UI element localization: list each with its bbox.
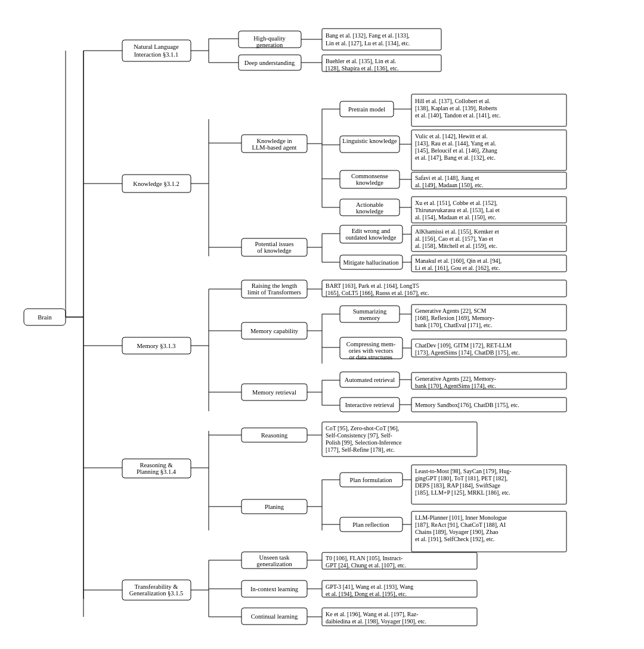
svg-text:Interactive retrieval: Interactive retrieval bbox=[345, 402, 395, 408]
svg-text:Memory capability: Memory capability bbox=[250, 328, 299, 334]
svg-text:[187], ReAct [91], ChatCoT [18: [187], ReAct [91], ChatCoT [188], AI bbox=[415, 521, 506, 528]
svg-text:[185], LLM+P [125], MRKL [186]: [185], LLM+P [125], MRKL [186], etc. bbox=[415, 489, 510, 496]
svg-text:GPT-3 [41], Wang et al. [193],: GPT-3 [41], Wang et al. [193], Wang bbox=[326, 583, 413, 590]
svg-text:T0 [106], FLAN [105], Instruct: T0 [106], FLAN [105], Instruct- bbox=[326, 555, 402, 561]
svg-text:Memory Sandbox[176], ChatDB [1: Memory Sandbox[176], ChatDB [175], etc. bbox=[415, 402, 519, 408]
svg-text:et al. [140], Tandon et al. [1: et al. [140], Tandon et al. [141], etc. bbox=[415, 112, 501, 119]
svg-text:generation: generation bbox=[256, 42, 283, 48]
svg-text:LLM-based agent: LLM-based agent bbox=[252, 144, 297, 151]
svg-text:bank [170], ChatEval [171], et: bank [170], ChatEval [171], etc. bbox=[415, 322, 492, 328]
svg-text:Polish [99], Selection-Inferen: Polish [99], Selection-Inference bbox=[326, 439, 402, 446]
svg-text:Hill et al. [137], Collobert e: Hill et al. [137], Collobert et al. bbox=[415, 98, 490, 104]
svg-text:knowledge: knowledge bbox=[356, 208, 383, 215]
svg-text:al. [156], Cao et al. [157], Y: al. [156], Cao et al. [157], Yao et bbox=[415, 235, 493, 242]
svg-text:daibiedina et al. [198], Voyag: daibiedina et al. [198], Voyager [190], … bbox=[326, 618, 426, 625]
svg-text:al. [149], Madaan [150], etc.: al. [149], Madaan [150], etc. bbox=[415, 182, 483, 188]
svg-text:generalization: generalization bbox=[256, 561, 292, 567]
svg-text:Continual learning: Continual learning bbox=[251, 613, 298, 620]
svg-text:[143], Rau et al. [144], Yang : [143], Rau et al. [144], Yang et al. bbox=[415, 140, 496, 147]
svg-text:ories with vectors: ories with vectors bbox=[349, 347, 394, 354]
svg-text:Transferability &: Transferability & bbox=[135, 583, 178, 590]
svg-text:Plan formulation: Plan formulation bbox=[350, 477, 393, 483]
svg-text:In-context learning: In-context learning bbox=[250, 586, 299, 592]
svg-text:[168], Reflexion [169], Memory: [168], Reflexion [169], Memory- bbox=[415, 315, 494, 321]
svg-text:of knowledge: of knowledge bbox=[257, 247, 292, 254]
svg-text:al. [154], Madaan et al. [150]: al. [154], Madaan et al. [150], etc. bbox=[415, 214, 496, 221]
svg-text:limit of Transformers: limit of Transformers bbox=[247, 289, 301, 296]
svg-text:et al. [147], Bang et al. [132: et al. [147], Bang et al. [132], etc. bbox=[415, 154, 496, 161]
svg-text:Actionable: Actionable bbox=[356, 201, 383, 208]
svg-text:Generative Agents [22], Memory: Generative Agents [22], Memory- bbox=[415, 375, 496, 382]
svg-text:[173], AgentSims [174], ChatDB: [173], AgentSims [174], ChatDB [175], et… bbox=[415, 349, 520, 356]
svg-text:outdated knowledge: outdated knowledge bbox=[346, 234, 397, 241]
svg-text:AlKhamissi et al. [155], Kemke: AlKhamissi et al. [155], Kemker et bbox=[415, 228, 499, 235]
tree-wrapper: text { font-family: 'Times New Roman', T… bbox=[6, 12, 638, 644]
svg-text:BART [163], Park et al. [164],: BART [163], Park et al. [164], LongT5 bbox=[326, 282, 419, 289]
svg-text:Li et al. [161], Gou et al. [1: Li et al. [161], Gou et al. [162], etc. bbox=[415, 265, 500, 271]
svg-text:[128], Shapira et al. [136], e: [128], Shapira et al. [136], etc. bbox=[326, 65, 398, 72]
svg-text:memory: memory bbox=[360, 315, 381, 321]
svg-text:High-quality: High-quality bbox=[253, 35, 286, 42]
svg-text:Reasoning &: Reasoning & bbox=[140, 462, 172, 468]
svg-text:Raising the length: Raising the length bbox=[252, 282, 298, 289]
diagram-container: text { font-family: 'Times New Roman', T… bbox=[6, 12, 638, 649]
svg-text:knowledge: knowledge bbox=[356, 179, 383, 186]
brain-label: Brain bbox=[38, 314, 52, 321]
svg-text:Self-Consistency [97], Self-: Self-Consistency [97], Self- bbox=[326, 432, 392, 439]
svg-text:Automated retrieval: Automated retrieval bbox=[345, 377, 395, 383]
svg-text:Generative Agents [22], SCM: Generative Agents [22], SCM bbox=[415, 308, 487, 314]
svg-text:CoT [95], Zero-shot-CoT [96],: CoT [95], Zero-shot-CoT [96], bbox=[326, 425, 399, 431]
svg-text:Knowledge §3.1.2: Knowledge §3.1.2 bbox=[133, 181, 179, 187]
svg-text:Xu et al. [151], Cobbe et al. : Xu et al. [151], Cobbe et al. [152], bbox=[415, 200, 497, 206]
svg-text:Least-to-Most [98], SayCan [17: Least-to-Most [98], SayCan [179], Hug- bbox=[415, 468, 512, 474]
svg-text:Generalization §3.1.5: Generalization §3.1.5 bbox=[129, 590, 184, 597]
svg-text:et al. [191], SelfCheck [192],: et al. [191], SelfCheck [192], etc. bbox=[415, 536, 495, 542]
svg-text:Linguistic knowledge: Linguistic knowledge bbox=[342, 138, 397, 144]
svg-text:[165], CoLT5 [166], Ruoss et a: [165], CoLT5 [166], Ruoss et al. [167], … bbox=[326, 290, 429, 296]
svg-text:bank [170], AgentSims [174], e: bank [170], AgentSims [174], etc. bbox=[415, 383, 496, 389]
svg-text:Manakul et al. [160], Qin et a: Manakul et al. [160], Qin et al. [94], bbox=[415, 257, 501, 264]
svg-text:Buehler et al. [135], Lin et a: Buehler et al. [135], Lin et al. bbox=[326, 58, 397, 64]
tree-svg: text { font-family: 'Times New Roman', T… bbox=[6, 18, 638, 638]
svg-text:Summarizing: Summarizing bbox=[353, 308, 387, 315]
svg-text:Ke et al. [196], Wang et al. [: Ke et al. [196], Wang et al. [197], Raz- bbox=[326, 611, 419, 617]
svg-text:Planing: Planing bbox=[265, 504, 284, 510]
svg-text:Planning §3.1.4: Planning §3.1.4 bbox=[137, 468, 177, 475]
svg-text:Thirunavukarasu et al. [153], : Thirunavukarasu et al. [153], Lai et bbox=[415, 207, 500, 213]
svg-text:ChatDev [109], GITM [172], RET: ChatDev [109], GITM [172], RET-LLM bbox=[415, 342, 512, 349]
svg-text:Memory retrieval: Memory retrieval bbox=[252, 389, 296, 396]
svg-text:Deep understanding: Deep understanding bbox=[244, 60, 295, 66]
svg-text:Bang et al. [132], Fang et al.: Bang et al. [132], Fang et al. [133], bbox=[326, 32, 410, 39]
svg-text:al. [158], Mitchell et al. [15: al. [158], Mitchell et al. [159], etc. bbox=[415, 243, 497, 249]
svg-text:Potential issues: Potential issues bbox=[255, 241, 293, 247]
svg-text:DEPS [183], RAP [184], SwiftSa: DEPS [183], RAP [184], SwiftSage bbox=[415, 482, 501, 489]
svg-text:Plan reflection: Plan reflection bbox=[352, 521, 389, 528]
svg-text:Safavi et al. [148], Jiang et: Safavi et al. [148], Jiang et bbox=[415, 175, 479, 181]
svg-text:Compressing mem-: Compressing mem- bbox=[346, 341, 396, 347]
svg-text:GPT [24], Chung et al. [107], : GPT [24], Chung et al. [107], etc. bbox=[326, 562, 406, 569]
svg-text:or data structures: or data structures bbox=[349, 354, 392, 361]
natural-language-label: Natural Language bbox=[134, 44, 179, 50]
svg-text:Vulic et al. [142], Hewitt et : Vulic et al. [142], Hewitt et al. bbox=[415, 133, 488, 139]
svg-text:Mitigate hallucination: Mitigate hallucination bbox=[343, 259, 399, 266]
svg-text:Interaction §3.1.1: Interaction §3.1.1 bbox=[134, 51, 178, 58]
svg-text:Commonsense: Commonsense bbox=[351, 173, 388, 179]
svg-text:Reasoning: Reasoning bbox=[261, 432, 288, 439]
svg-text:Unseen task: Unseen task bbox=[259, 554, 290, 561]
svg-text:Knowledge in: Knowledge in bbox=[256, 138, 292, 144]
svg-text:gingGPT [180], ToT [181], PET : gingGPT [180], ToT [181], PET [182], bbox=[415, 475, 507, 482]
svg-text:Edit wrong and: Edit wrong and bbox=[352, 228, 391, 234]
svg-text:et al. [194], Dong et al. [195: et al. [194], Dong et al. [195], etc. bbox=[326, 591, 407, 597]
svg-text:[145], Beloucif et al. [146], : [145], Beloucif et al. [146], Zhang bbox=[415, 147, 497, 154]
svg-text:Memory §3.1.3: Memory §3.1.3 bbox=[137, 343, 175, 349]
svg-text:[177], Self-Refine [178], etc.: [177], Self-Refine [178], etc. bbox=[326, 446, 395, 453]
svg-text:[138], Kaplan et al. [139], Ro: [138], Kaplan et al. [139], Roberts bbox=[415, 105, 497, 111]
svg-text:LLM-Planner [101], Inner Monol: LLM-Planner [101], Inner Monologue bbox=[415, 514, 507, 521]
svg-text:Lin et al. [127], Lu et al. [1: Lin et al. [127], Lu et al. [134], etc. bbox=[326, 40, 410, 46]
svg-text:Pretrain model: Pretrain model bbox=[348, 106, 385, 113]
svg-text:Chains [189], Voyager [190], Z: Chains [189], Voyager [190], Zhao bbox=[415, 529, 499, 535]
